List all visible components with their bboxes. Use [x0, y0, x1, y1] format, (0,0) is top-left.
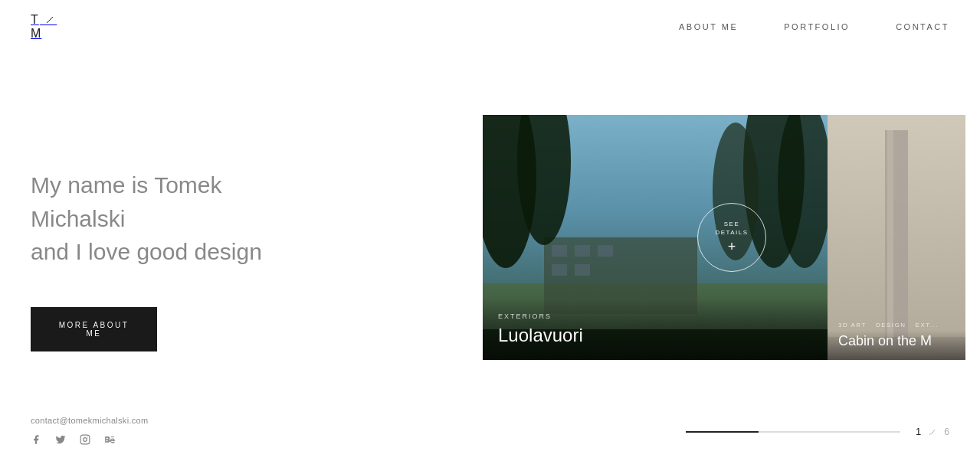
scroll-progress-bar [686, 431, 900, 433]
scroll-progress-active [686, 431, 759, 433]
navigation: ABOUT ME PORTFOLIO CONTACT [679, 22, 949, 31]
nav-about[interactable]: ABOUT ME [679, 22, 738, 31]
card-category: EXTERIORS [498, 312, 812, 320]
see-details-plus-icon: + [728, 239, 736, 255]
pagination-arrow-icon[interactable]: ⟋ [927, 426, 938, 438]
card-cat-3dart: 3D ART [838, 322, 867, 329]
social-facebook[interactable] [31, 434, 41, 447]
footer-left: contact@tomekmichalski.com [31, 416, 148, 447]
social-instagram[interactable] [80, 434, 90, 447]
svg-point-8 [483, 115, 536, 268]
logo-slash: ⟋ [40, 14, 57, 26]
portfolio-card-luolavuori[interactable]: SEE DETAILS + EXTERIORS Luolavuori [483, 115, 828, 360]
svg-rect-5 [598, 245, 613, 257]
card-cat-design: DESIGN [876, 322, 906, 329]
svg-point-19 [84, 438, 87, 442]
see-details-button[interactable]: SEE DETAILS + [697, 203, 766, 272]
portfolio-card-cabin[interactable]: 3D ART DESIGN EXT... Cabin on the M [828, 115, 965, 360]
svg-rect-18 [80, 435, 90, 444]
footer: contact@tomekmichalski.com [0, 402, 980, 461]
footer-email: contact@tomekmichalski.com [31, 416, 148, 425]
social-twitter[interactable] [55, 434, 66, 447]
footer-right: 1 ⟋ 6 [686, 426, 949, 438]
svg-point-11 [778, 115, 828, 268]
cta-button[interactable]: MORE ABOUT ME [31, 307, 157, 351]
svg-point-9 [517, 115, 571, 245]
pagination: 1 ⟋ 6 [916, 426, 949, 438]
nav-portfolio[interactable]: PORTFOLIO [784, 22, 850, 31]
pagination-total: 6 [944, 427, 949, 437]
nav-contact[interactable]: CONTACT [896, 22, 949, 31]
card-overlay-luolavuori: EXTERIORS Luolavuori [483, 299, 828, 360]
header: T ⟋ M ABOUT ME PORTFOLIO CONTACT [0, 0, 980, 54]
card-categories-cabin: 3D ART DESIGN EXT... [838, 322, 955, 329]
social-behance[interactable] [104, 434, 115, 447]
svg-point-20 [87, 436, 88, 437]
card-title-cabin: Cabin on the M [838, 333, 955, 349]
logo-m: M [31, 28, 57, 40]
card-cat-ext: EXT... [916, 322, 939, 329]
social-icons [31, 434, 148, 447]
svg-rect-4 [575, 245, 590, 257]
svg-rect-7 [575, 264, 590, 276]
hero-text: My name is Tomek Michalski and I love go… [31, 168, 322, 269]
see-details-text: SEE DETAILS [715, 220, 748, 237]
logo-t: T [31, 14, 39, 26]
svg-rect-6 [552, 264, 567, 276]
pagination-current: 1 [916, 426, 921, 437]
card-overlay-cabin: 3D ART DESIGN EXT... Cabin on the M [828, 311, 965, 360]
logo[interactable]: T ⟋ M [31, 14, 57, 40]
svg-rect-3 [552, 245, 567, 257]
card-title: Luolavuori [498, 325, 812, 346]
